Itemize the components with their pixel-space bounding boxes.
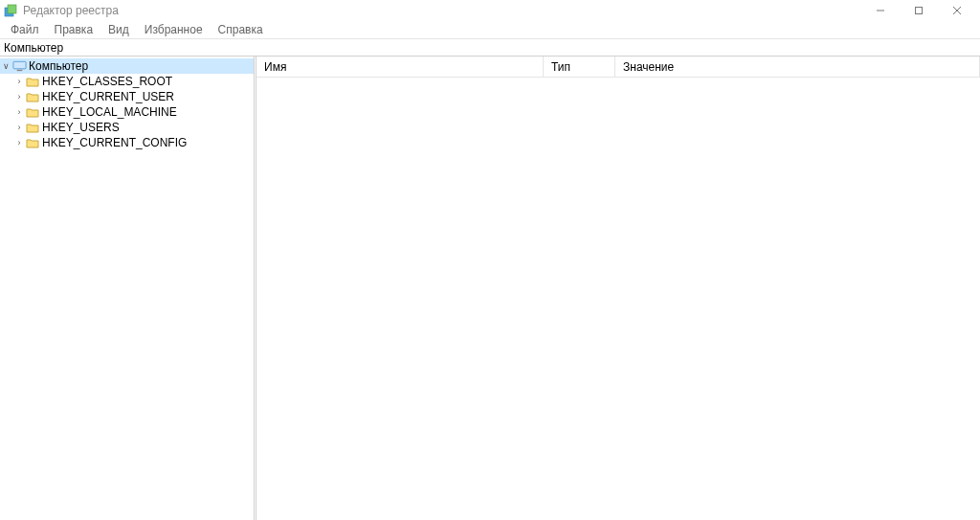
address-input[interactable] [4,40,976,56]
folder-icon [25,105,40,119]
menu-bar: Файл Правка Вид Избранное Справка [0,21,980,39]
registry-editor-window: Редактор реестра Файл Правка Вид Избранн… [0,0,980,520]
tree-hive-label: HKEY_USERS [42,121,120,134]
tree-root-label: Компьютер [29,59,88,73]
svg-rect-6 [12,61,25,69]
menu-file[interactable]: Файл [4,22,46,37]
tree-hive-label: HKEY_LOCAL_MACHINE [42,105,177,119]
maximize-button[interactable] [900,0,938,21]
values-pane: Имя Тип Значение [256,57,980,520]
window-controls [861,0,976,21]
svg-rect-3 [916,8,923,14]
tree-hive-label: HKEY_CURRENT_USER [42,90,174,103]
menu-help[interactable]: Справка [212,22,270,37]
tree-hive-label: HKEY_CLASSES_ROOT [42,75,172,88]
tree-pane[interactable]: ∨ Компьютер › [0,57,254,520]
expander-icon[interactable]: › [13,106,25,118]
tree-hive-label: HKEY_CURRENT_CONFIG [42,136,187,149]
tree-hive-current-config[interactable]: › HKEY_CURRENT_CONFIG [13,135,254,150]
expander-icon[interactable]: › [13,76,25,87]
expander-icon[interactable]: › [13,137,25,148]
computer-icon [11,59,27,73]
expander-icon[interactable]: › [13,122,25,133]
menu-edit[interactable]: Правка [48,22,100,37]
tree-hive-local-machine[interactable]: › HKEY_LOCAL_MACHINE [13,104,254,120]
close-button[interactable] [938,0,976,21]
folder-icon [25,136,40,149]
column-header-type[interactable]: Тип [544,57,615,77]
folder-icon [25,121,40,134]
column-header-value[interactable]: Значение [615,57,980,77]
main-split: ∨ Компьютер › [0,57,980,520]
tree-hive-users[interactable]: › HKEY_USERS [13,120,254,135]
values-header: Имя Тип Значение [256,57,980,78]
svg-rect-7 [16,70,22,71]
address-bar [0,39,980,57]
menu-view[interactable]: Вид [101,22,136,37]
app-icon [4,4,17,17]
values-body[interactable] [256,78,980,520]
window-title: Редактор реестра [23,4,119,17]
folder-icon [25,75,40,88]
minimize-button[interactable] [861,0,900,21]
menu-favorites[interactable]: Избранное [138,22,210,37]
tree-hive-classes-root[interactable]: › HKEY_CLASSES_ROOT [13,74,254,89]
expander-icon[interactable]: › [13,91,25,102]
tree-hive-current-user[interactable]: › HKEY_CURRENT_USER [13,89,254,104]
svg-rect-1 [8,5,16,13]
tree-root-computer[interactable]: ∨ Компьютер [0,58,254,74]
expander-icon[interactable]: ∨ [0,60,11,72]
title-bar: Редактор реестра [0,0,980,21]
column-header-name[interactable]: Имя [256,57,544,77]
folder-icon [25,90,40,103]
